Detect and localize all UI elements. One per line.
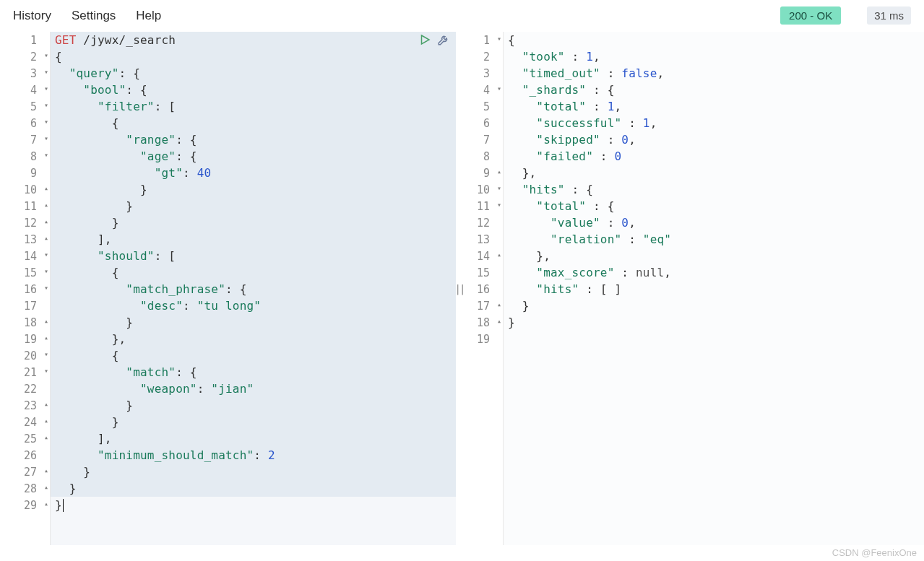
fold-close-icon[interactable]: ▴ [44,317,48,325]
code-line: "max_score" : null, [504,264,924,281]
code-line[interactable]: "query": { [51,65,456,82]
code-line[interactable]: "bool": { [51,82,456,98]
fold-close-icon[interactable]: ▴ [44,201,48,209]
fold-open-icon[interactable]: ▾ [44,134,48,142]
code-line: "timed_out" : false, [504,65,924,82]
gutter-line: 29▴ [0,497,50,513]
gutter-line: 13 [463,231,503,248]
menu-history[interactable]: History [13,9,51,23]
code-line: { [504,32,924,48]
fold-close-icon[interactable]: ▴ [44,433,48,441]
gutter-line: 10▾ [463,181,503,198]
code-line: "relation" : "eq" [504,231,924,248]
fold-close-icon[interactable]: ▴ [44,334,48,342]
code-line[interactable]: { [51,264,456,281]
code-line[interactable]: } [51,198,456,214]
code-line[interactable]: }, [51,331,456,347]
gutter-line: 3▾ [0,65,50,82]
fold-open-icon[interactable]: ▾ [44,84,48,92]
code-line[interactable]: "minimum_should_match": 2 [51,447,456,464]
fold-open-icon[interactable]: ▾ [497,35,501,43]
run-icon[interactable] [418,33,431,49]
pane-splitter[interactable]: || [456,32,463,545]
svg-marker-0 [422,35,430,44]
code-line[interactable]: "match_phrase": { [51,281,456,297]
code-line[interactable]: "should": [ [51,248,456,264]
code-line[interactable]: } [51,414,456,430]
code-line[interactable]: "weapon": "jian" [51,380,456,397]
fold-open-icon[interactable]: ▾ [497,201,501,209]
fold-open-icon[interactable]: ▾ [44,284,48,292]
gutter-line: 17▴ [463,297,503,314]
code-line[interactable]: } [51,314,456,331]
fold-open-icon[interactable]: ▾ [44,51,48,59]
gutter-line: 8 [463,148,503,165]
fold-open-icon[interactable]: ▾ [44,267,48,275]
code-line[interactable]: "desc": "tu long" [51,297,456,314]
fold-open-icon[interactable]: ▾ [44,101,48,109]
request-editor[interactable]: GET /jywx/_search{ "query": { "bool": { … [51,32,456,545]
fold-open-icon[interactable]: ▾ [44,68,48,76]
code-line[interactable]: ], [51,231,456,248]
code-line: "skipped" : 0, [504,131,924,148]
fold-close-icon[interactable]: ▴ [497,300,501,308]
code-line: "hits" : [ ] [504,281,924,297]
code-line[interactable]: { [51,347,456,364]
code-line[interactable]: { [51,48,456,65]
gutter-line: 5 [463,98,503,115]
fold-close-icon[interactable]: ▴ [44,500,48,508]
gutter-line: 1▾ [463,32,503,48]
code-line[interactable]: "filter": [ [51,98,456,115]
code-line[interactable]: } [51,181,456,198]
code-line: } [504,297,924,314]
fold-close-icon[interactable]: ▴ [44,217,48,225]
fold-close-icon[interactable]: ▴ [497,317,501,325]
gutter-line: 11▾ [463,198,503,214]
gutter-line: 3 [463,65,503,82]
fold-close-icon[interactable]: ▴ [497,168,501,175]
gutter-line: 16▾ [0,281,50,297]
menu-help[interactable]: Help [136,9,161,23]
gutter-line: 26 [0,447,50,464]
fold-close-icon[interactable]: ▴ [497,251,501,258]
code-line[interactable]: } [51,464,456,480]
gutter-line: 2▾ [0,48,50,65]
gutter-line: 18▴ [0,314,50,331]
fold-open-icon[interactable]: ▾ [44,367,48,375]
wrench-icon[interactable] [437,33,450,49]
gutter-line: 7▾ [0,131,50,148]
code-line[interactable]: "age": { [51,148,456,165]
gutter-line: 4▾ [463,82,503,98]
code-line[interactable]: } [51,397,456,414]
fold-open-icon[interactable]: ▾ [44,251,48,258]
fold-close-icon[interactable]: ▴ [44,417,48,425]
code-line[interactable]: "gt": 40 [51,165,456,181]
gutter-line: 9▴ [463,165,503,181]
code-line[interactable]: } [51,497,456,513]
gutter-line: 10▴ [0,181,50,198]
code-line: "failed" : 0 [504,148,924,165]
fold-close-icon[interactable]: ▴ [44,234,48,242]
fold-open-icon[interactable]: ▾ [44,350,48,358]
fold-close-icon[interactable]: ▴ [44,400,48,408]
code-line[interactable]: "range": { [51,131,456,148]
code-line[interactable]: } [51,214,456,231]
menu-settings[interactable]: Settings [72,9,116,23]
fold-close-icon[interactable]: ▴ [44,466,48,474]
gutter-line: 15 [463,264,503,281]
code-line: "took" : 1, [504,48,924,65]
gutter-line: 7 [463,131,503,148]
fold-open-icon[interactable]: ▾ [44,118,48,126]
fold-open-icon[interactable]: ▾ [497,84,501,92]
code-line[interactable]: } [51,480,456,497]
fold-close-icon[interactable]: ▴ [44,483,48,491]
code-line[interactable]: "match": { [51,364,456,380]
fold-open-icon[interactable]: ▾ [44,151,48,159]
code-line[interactable]: GET /jywx/_search [51,32,456,48]
code-line[interactable]: ], [51,430,456,447]
fold-close-icon[interactable]: ▴ [44,184,48,192]
gutter-line: 8▾ [0,148,50,165]
fold-open-icon[interactable]: ▾ [497,184,501,192]
code-line[interactable]: { [51,115,456,131]
gutter-line: 2 [463,48,503,65]
